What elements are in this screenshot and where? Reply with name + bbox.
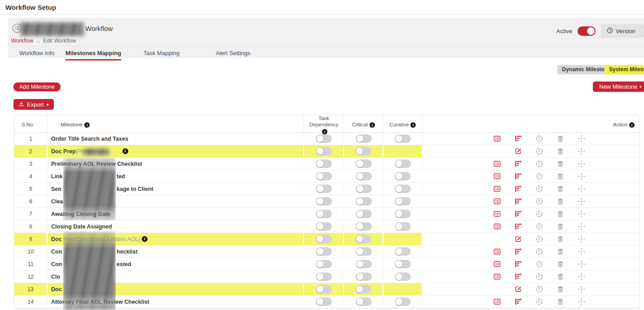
history-clock-icon[interactable]: [535, 223, 543, 231]
details-list-icon[interactable]: [493, 210, 501, 218]
move-icon[interactable]: [577, 260, 585, 268]
critical-toggle[interactable]: [356, 222, 372, 231]
info-icon[interactable]: i: [122, 148, 128, 154]
info-icon[interactable]: i: [370, 122, 375, 128]
move-icon[interactable]: [577, 210, 585, 218]
details-list-icon[interactable]: [493, 160, 501, 168]
details-list-icon[interactable]: [493, 223, 501, 231]
details-list-icon[interactable]: [493, 298, 501, 306]
curative-toggle[interactable]: [395, 197, 411, 206]
critical-toggle[interactable]: [356, 159, 372, 168]
task-dependency-toggle[interactable]: [316, 197, 332, 206]
subtask-icon[interactable]: [514, 198, 522, 206]
trash-icon[interactable]: [556, 273, 564, 281]
task-dependency-toggle[interactable]: [316, 159, 332, 168]
info-icon[interactable]: i: [629, 122, 635, 128]
history-clock-icon[interactable]: [535, 248, 543, 256]
edit-icon[interactable]: [514, 285, 522, 293]
curative-toggle[interactable]: [395, 297, 411, 306]
active-toggle[interactable]: [578, 26, 596, 36]
history-clock-icon[interactable]: [535, 235, 543, 243]
task-dependency-toggle[interactable]: [316, 222, 332, 231]
critical-toggle[interactable]: [356, 172, 372, 181]
details-list-icon[interactable]: [493, 172, 501, 181]
trash-icon[interactable]: [556, 298, 564, 306]
critical-toggle[interactable]: [356, 210, 372, 218]
critical-toggle[interactable]: [356, 134, 372, 143]
details-list-icon[interactable]: [493, 198, 501, 206]
trash-icon[interactable]: [556, 135, 564, 143]
task-dependency-toggle[interactable]: [316, 285, 332, 293]
subtask-icon[interactable]: [514, 248, 522, 256]
tab-workflow-info[interactable]: Workflow Info: [19, 50, 55, 56]
task-dependency-toggle[interactable]: [316, 147, 332, 155]
version-button[interactable]: Version: [601, 24, 644, 38]
task-dependency-toggle[interactable]: [316, 297, 332, 306]
details-list-icon[interactable]: [493, 185, 501, 193]
subtask-icon[interactable]: [514, 260, 522, 268]
subtask-icon[interactable]: [514, 185, 522, 193]
info-icon[interactable]: i: [142, 236, 148, 242]
curative-toggle[interactable]: [395, 222, 411, 231]
critical-toggle[interactable]: [356, 297, 372, 306]
trash-icon[interactable]: [556, 147, 564, 155]
critical-toggle[interactable]: [356, 272, 372, 281]
history-clock-icon[interactable]: [535, 172, 543, 181]
move-icon[interactable]: [577, 172, 585, 181]
trash-icon[interactable]: [556, 285, 564, 293]
history-clock-icon[interactable]: [535, 260, 543, 268]
add-milestone-button[interactable]: Add Milestone: [13, 82, 61, 91]
trash-icon[interactable]: [556, 260, 564, 268]
details-list-icon[interactable]: [493, 248, 501, 256]
trash-icon[interactable]: [556, 210, 564, 218]
new-milestone-button[interactable]: New Milestone +: [593, 82, 644, 92]
move-icon[interactable]: [577, 185, 585, 193]
export-button[interactable]: Export ▾: [13, 99, 54, 110]
subtask-icon[interactable]: [514, 273, 522, 281]
move-icon[interactable]: [577, 147, 585, 155]
task-dependency-toggle[interactable]: [316, 210, 332, 218]
history-clock-icon[interactable]: [535, 160, 543, 168]
critical-toggle[interactable]: [355, 285, 371, 293]
subtask-icon[interactable]: [514, 210, 522, 218]
critical-toggle[interactable]: [356, 197, 372, 206]
critical-toggle[interactable]: [356, 260, 372, 268]
subtask-icon[interactable]: [514, 298, 522, 306]
history-clock-icon[interactable]: [535, 185, 543, 193]
curative-toggle[interactable]: [395, 247, 411, 256]
subtask-icon[interactable]: [514, 135, 522, 143]
history-clock-icon[interactable]: [535, 147, 543, 155]
curative-toggle[interactable]: [395, 134, 411, 143]
curative-toggle[interactable]: [395, 272, 411, 281]
history-clock-icon[interactable]: [535, 198, 543, 206]
trash-icon[interactable]: [556, 172, 564, 181]
history-clock-icon[interactable]: [535, 298, 543, 306]
move-icon[interactable]: [577, 135, 585, 143]
move-icon[interactable]: [577, 160, 585, 168]
move-icon[interactable]: [577, 298, 585, 306]
info-icon[interactable]: i: [410, 122, 416, 128]
move-icon[interactable]: [577, 248, 585, 256]
curative-toggle[interactable]: [395, 185, 411, 193]
details-list-icon[interactable]: [493, 260, 501, 268]
edit-icon[interactable]: [514, 235, 522, 243]
critical-toggle[interactable]: [356, 185, 372, 193]
history-clock-icon[interactable]: [535, 210, 543, 218]
breadcrumb-workflow-link[interactable]: Workflow: [11, 38, 33, 44]
tab-alert-settings[interactable]: Alert Settings: [216, 50, 250, 56]
history-clock-icon[interactable]: [535, 135, 543, 143]
trash-icon[interactable]: [556, 248, 564, 256]
details-list-icon[interactable]: [493, 135, 501, 143]
curative-toggle[interactable]: [395, 172, 411, 181]
curative-toggle[interactable]: [395, 159, 411, 168]
task-dependency-toggle[interactable]: [316, 272, 332, 281]
move-icon[interactable]: [577, 273, 585, 281]
history-clock-icon[interactable]: [535, 285, 543, 293]
move-icon[interactable]: [577, 285, 585, 293]
trash-icon[interactable]: [556, 185, 564, 193]
subtask-icon[interactable]: [514, 160, 522, 168]
critical-toggle[interactable]: [355, 235, 371, 243]
history-clock-icon[interactable]: [535, 273, 543, 281]
tab-task-mapping[interactable]: Task Mapping: [144, 50, 179, 56]
critical-toggle[interactable]: [355, 147, 371, 155]
